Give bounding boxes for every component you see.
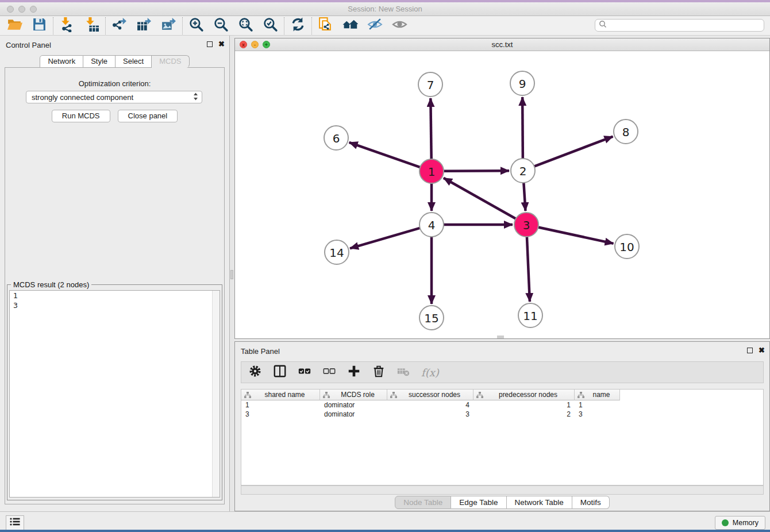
graph-node-8[interactable]: 8 [614, 119, 638, 144]
table-cell[interactable]: 3 [241, 410, 320, 419]
run-mcds-button[interactable]: Run MCDS [52, 110, 110, 122]
table-cell[interactable]: 1 [473, 400, 575, 410]
table-cell[interactable]: dominator [320, 410, 387, 419]
show-column-panel-icon[interactable] [273, 364, 287, 380]
svg-text:6: 6 [333, 132, 340, 145]
graph-node-15[interactable]: 15 [419, 306, 444, 330]
column-header[interactable]: successor nodes [387, 390, 473, 400]
table-cell[interactable]: 1 [575, 400, 620, 410]
add-column-icon[interactable] [347, 364, 361, 380]
column-header[interactable]: predecessor nodes [473, 390, 575, 400]
graph-node-9[interactable]: 9 [510, 71, 534, 95]
column-header[interactable]: MCDS role [320, 390, 387, 400]
graph-node-6[interactable]: 6 [324, 126, 348, 150]
select-all-columns-icon[interactable] [298, 364, 311, 380]
mcds-result-node[interactable]: 1 [10, 291, 220, 300]
graph-edge-3-10[interactable] [538, 227, 614, 243]
table-cell[interactable]: 3 [575, 410, 620, 419]
node-table[interactable]: shared nameMCDS rolesuccessor nodesprede… [241, 389, 764, 485]
deselect-all-columns-icon[interactable] [322, 364, 336, 380]
window-resize-handle[interactable] [497, 336, 504, 338]
settings-gear-icon[interactable] [248, 364, 262, 380]
criterion-dropdown[interactable]: strongly connected component [26, 91, 202, 103]
zoom-fit-button[interactable] [233, 17, 258, 34]
clone-network-button[interactable] [313, 17, 338, 34]
minimize-window-button[interactable] [18, 6, 25, 13]
tab-edge-table[interactable]: Edge Table [451, 496, 506, 509]
zoom-window-button[interactable] [30, 6, 37, 13]
graph-edge-2-9[interactable] [522, 97, 523, 159]
graph-edge-1-6[interactable] [349, 142, 421, 167]
graph-edge-1-7[interactable] [430, 98, 431, 159]
search-field[interactable] [595, 19, 764, 32]
import-network-button[interactable] [55, 17, 79, 34]
column-header[interactable]: name [575, 390, 620, 400]
graph-edge-3-1[interactable] [444, 178, 516, 219]
show-details-button[interactable] [387, 17, 412, 34]
table-cell[interactable]: 4 [387, 400, 473, 410]
close-window-button[interactable] [7, 6, 14, 13]
network-zoom-button[interactable]: + [263, 41, 270, 48]
refresh-button[interactable] [286, 17, 310, 34]
graph-node-11[interactable]: 11 [518, 303, 542, 327]
memory-button[interactable]: Memory [715, 516, 765, 530]
tab-mcds[interactable]: MCDS [152, 55, 189, 68]
tab-node-table[interactable]: Node Table [395, 496, 451, 509]
export-image-button[interactable] [156, 17, 181, 34]
zoom-out-button[interactable] [209, 17, 233, 34]
open-session-button[interactable] [2, 17, 27, 34]
table-cell[interactable]: 2 [473, 410, 575, 419]
export-network-icon [111, 17, 127, 34]
close-panel-button[interactable]: Close panel [118, 110, 178, 122]
zoom-selected-button[interactable] [258, 17, 283, 34]
panel-splitter[interactable] [230, 36, 234, 511]
float-panel-icon[interactable] [207, 41, 213, 47]
export-network-button[interactable] [107, 17, 132, 34]
graph-edge-4-14[interactable] [350, 228, 420, 248]
task-history-button[interactable] [6, 515, 24, 530]
column-header[interactable]: shared name [241, 390, 320, 400]
import-table-button[interactable] [79, 17, 104, 34]
mcds-result-node[interactable]: 3 [10, 300, 220, 310]
save-session-button[interactable] [27, 17, 52, 34]
tab-motifs[interactable]: Motifs [572, 496, 610, 509]
network-minimize-button[interactable]: - [251, 41, 259, 48]
graph-edge-1-2[interactable] [444, 171, 509, 171]
table-hscrollbar[interactable] [241, 485, 764, 495]
export-table-button[interactable] [132, 17, 156, 34]
tab-network-table[interactable]: Network Table [507, 496, 572, 509]
splitter-handle[interactable] [230, 270, 233, 279]
tab-network[interactable]: Network [40, 55, 83, 68]
mcds-result-list[interactable]: 13 [9, 290, 220, 498]
table-cell[interactable]: 3 [387, 410, 473, 419]
graph-node-1[interactable]: 1 [419, 159, 444, 183]
table-cell[interactable]: 1 [241, 400, 320, 410]
network-canvas[interactable]: 7968124314101511 [235, 51, 769, 338]
graph-node-7[interactable]: 7 [418, 72, 442, 97]
window-traffic-lights[interactable] [7, 6, 37, 13]
result-scrollbar[interactable] [212, 291, 220, 497]
tab-style[interactable]: Style [83, 55, 116, 68]
graph-node-10[interactable]: 10 [615, 234, 639, 259]
float-table-panel-icon[interactable] [747, 348, 753, 353]
table-row[interactable]: 1dominator411 [241, 400, 763, 410]
delete-column-icon[interactable] [372, 364, 386, 380]
graph-node-14[interactable]: 14 [325, 240, 349, 264]
hide-details-button[interactable] [363, 17, 387, 34]
graph-edge-2-8[interactable] [534, 137, 613, 167]
network-window-titlebar[interactable]: x - + scc.txt [235, 38, 769, 51]
close-table-panel-icon[interactable]: ✖ [759, 347, 765, 354]
graph-edge-2-3[interactable] [523, 183, 525, 211]
zoom-in-button[interactable] [184, 17, 209, 34]
tab-select[interactable]: Select [116, 55, 152, 68]
network-close-button[interactable]: x [240, 41, 247, 48]
graph-edge-3-11[interactable] [527, 237, 530, 302]
graph-node-2[interactable]: 2 [511, 159, 535, 183]
table-cell[interactable]: dominator [320, 400, 387, 410]
graph-node-4[interactable]: 4 [419, 213, 444, 237]
close-panel-icon[interactable]: ✖ [218, 41, 225, 48]
search-input[interactable] [607, 20, 764, 30]
table-row[interactable]: 3dominator323 [241, 410, 763, 419]
first-neighbors-button[interactable] [338, 17, 363, 34]
graph-node-3[interactable]: 3 [514, 213, 538, 237]
